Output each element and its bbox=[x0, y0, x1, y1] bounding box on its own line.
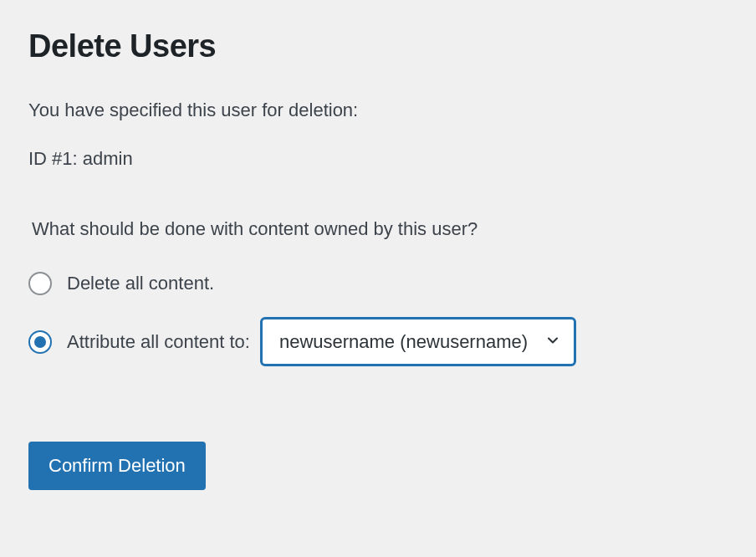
delete-content-radio[interactable] bbox=[28, 272, 52, 295]
reassign-select-wrap: newusername (newusername) bbox=[260, 317, 576, 366]
delete-content-label[interactable]: Delete all content. bbox=[67, 273, 214, 294]
user-to-delete: ID #1: admin bbox=[28, 148, 728, 170]
option-attribute-row: Attribute all content to: newusername (n… bbox=[28, 317, 728, 366]
content-options: Delete all content. Attribute all conten… bbox=[28, 272, 728, 366]
reassign-user-select[interactable]: newusername (newusername) bbox=[260, 317, 576, 366]
page-title: Delete Users bbox=[28, 28, 728, 64]
confirm-deletion-button[interactable]: Confirm Deletion bbox=[28, 442, 206, 490]
attribute-content-label[interactable]: Attribute all content to: bbox=[67, 331, 250, 353]
content-question: What should be done with content owned b… bbox=[28, 218, 728, 240]
attribute-content-radio[interactable] bbox=[28, 330, 52, 354]
deletion-intro-text: You have specified this user for deletio… bbox=[28, 100, 728, 121]
option-delete-row: Delete all content. bbox=[28, 272, 728, 295]
